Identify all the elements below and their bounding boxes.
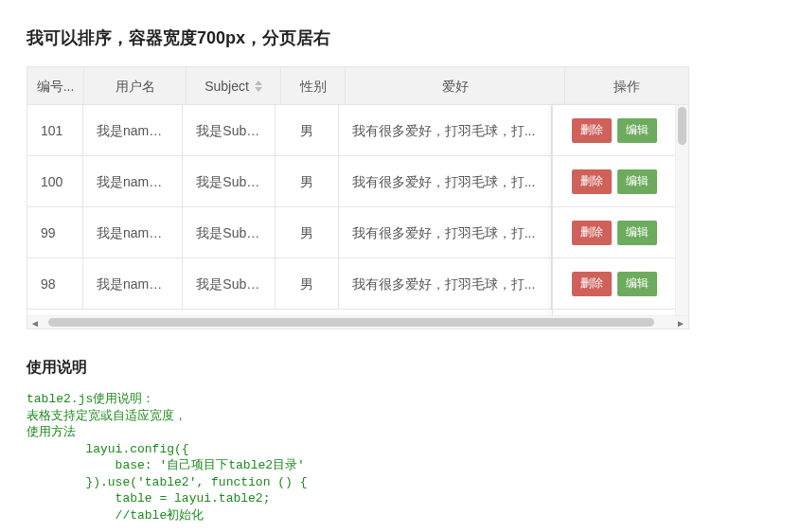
cell-hobby: 我有很多爱好，打羽毛球，打... xyxy=(339,105,552,156)
action-cell: 删除编辑 xyxy=(553,207,675,258)
cell-subject: 我是Subje... xyxy=(183,207,276,258)
action-cell: 删除编辑 xyxy=(553,258,675,310)
col-name-header: 用户名 xyxy=(84,67,187,105)
table-row: 100我是name100我是Subje...男我有很多爱好，打羽毛球，打... xyxy=(27,156,552,207)
col-subject-header[interactable]: Subject xyxy=(187,67,281,105)
cell-hobby: 我有很多爱好，打羽毛球，打... xyxy=(339,207,552,258)
cell-subject: 我是Subje... xyxy=(183,258,276,310)
col-id-header[interactable]: 编号... xyxy=(27,67,84,105)
cell-hobby: 我有很多爱好，打羽毛球，打... xyxy=(339,156,552,207)
horizontal-scrollbar[interactable]: ◄ ► xyxy=(27,315,688,328)
cell-name: 我是name100 xyxy=(83,156,183,207)
delete-button[interactable]: 删除 xyxy=(572,118,612,143)
scroll-right-arrow-icon[interactable]: ► xyxy=(676,318,685,328)
table-row: 99我是name99我是Subje...男我有很多爱好，打羽毛球，打... xyxy=(27,207,552,258)
delete-button[interactable]: 删除 xyxy=(572,221,612,245)
cell-id: 101 xyxy=(27,105,83,156)
action-cell: 删除编辑 xyxy=(553,156,675,207)
vertical-scroll-thumb[interactable] xyxy=(678,107,686,145)
cell-id: 100 xyxy=(27,156,83,207)
cell-id: 99 xyxy=(27,207,83,258)
table-container: 编号... 用户名 Subject 性别 爱好 操作 101我是name101我… xyxy=(27,66,689,329)
cell-sex: 男 xyxy=(276,156,339,207)
table-header: 编号... 用户名 Subject 性别 爱好 操作 xyxy=(27,67,688,105)
instructions-title: 使用说明 xyxy=(27,358,774,378)
action-cell: 删除编辑 xyxy=(553,105,675,156)
cell-subject: 我是Subje... xyxy=(183,105,276,156)
table-row: 101我是name101我是Subje...男我有很多爱好，打羽毛球，打... xyxy=(27,105,552,156)
vertical-scrollbar[interactable] xyxy=(675,105,688,315)
horizontal-scroll-thumb[interactable] xyxy=(48,318,654,327)
table-row: 98我是name98我是Subje...男我有很多爱好，打羽毛球，打... xyxy=(27,258,552,310)
cell-sex: 男 xyxy=(276,207,339,258)
col-op-header: 操作 xyxy=(565,67,688,105)
delete-button[interactable]: 删除 xyxy=(572,272,612,296)
sort-icon xyxy=(255,80,262,92)
fixed-action-column: 删除编辑删除编辑删除编辑删除编辑 xyxy=(552,105,675,315)
cell-subject: 我是Subje... xyxy=(183,156,276,207)
edit-button[interactable]: 编辑 xyxy=(617,221,657,245)
cell-name: 我是name99 xyxy=(83,207,183,258)
cell-id: 98 xyxy=(27,258,83,310)
edit-button[interactable]: 编辑 xyxy=(617,169,657,194)
code-block: table2.js使用说明： 表格支持定宽或自适应宽度， 使用方法 layui.… xyxy=(27,391,774,532)
delete-button[interactable]: 删除 xyxy=(572,169,612,194)
cell-hobby: 我有很多爱好，打羽毛球，打... xyxy=(339,258,552,310)
cell-name: 我是name101 xyxy=(83,105,183,156)
table-body: 101我是name101我是Subje...男我有很多爱好，打羽毛球，打...1… xyxy=(27,105,552,315)
cell-sex: 男 xyxy=(276,105,339,156)
page-title: 我可以排序，容器宽度700px，分页居右 xyxy=(27,27,774,49)
cell-sex: 男 xyxy=(276,258,339,310)
col-sex-header: 性别 xyxy=(281,67,346,105)
edit-button[interactable]: 编辑 xyxy=(617,118,657,143)
col-hobby-header: 爱好 xyxy=(346,67,565,105)
scroll-left-arrow-icon[interactable]: ◄ xyxy=(30,318,40,328)
edit-button[interactable]: 编辑 xyxy=(617,272,657,296)
cell-name: 我是name98 xyxy=(83,258,183,310)
